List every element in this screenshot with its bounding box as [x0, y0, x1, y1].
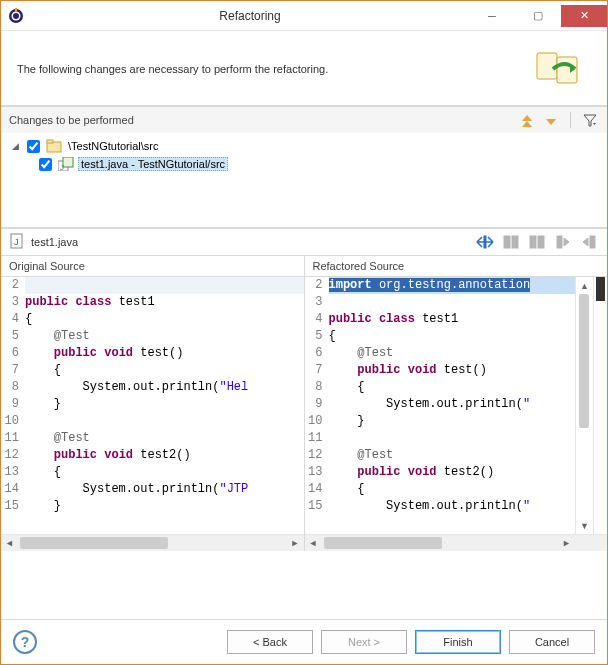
svg-rect-17 [538, 236, 544, 248]
code-text: System.out.println("JTP [25, 481, 304, 498]
right-vscrollbar[interactable]: ▲ ▼ [575, 277, 593, 534]
code-line[interactable]: 10 [1, 413, 304, 430]
refactored-source-pane[interactable]: 2import org.testng.annotation34public cl… [305, 277, 608, 551]
code-line[interactable]: 15 System.out.println(" [305, 498, 576, 515]
cancel-button[interactable]: Cancel [509, 630, 595, 654]
folder-icon [46, 138, 62, 154]
code-line[interactable]: 5 @Test [1, 328, 304, 345]
code-text [329, 294, 576, 311]
code-line[interactable]: 3 [305, 294, 576, 311]
code-line[interactable]: 9 } [1, 396, 304, 413]
tree-root-row[interactable]: ◢ \TestNGtutorial\src [9, 137, 599, 155]
code-line[interactable]: 9 System.out.println(" [305, 396, 576, 413]
close-button[interactable]: ✕ [561, 5, 607, 27]
copy-all-nonconflicting-icon[interactable] [475, 233, 495, 251]
original-source-pane[interactable]: 23public class test14{5 @Test6 public vo… [1, 277, 305, 551]
code-line[interactable]: 2import org.testng.annotation [305, 277, 576, 294]
scroll-down-icon[interactable]: ▼ [576, 517, 593, 534]
code-text [25, 413, 304, 430]
help-icon[interactable]: ? [13, 630, 37, 654]
line-number: 13 [1, 464, 25, 481]
code-text: } [329, 413, 576, 430]
code-line[interactable]: 8 System.out.println("Hel [1, 379, 304, 396]
tree-child-checkbox[interactable] [39, 158, 52, 171]
line-number: 9 [305, 396, 329, 413]
code-line[interactable]: 13 { [1, 464, 304, 481]
line-number: 11 [305, 430, 329, 447]
code-line[interactable]: 11 [305, 430, 576, 447]
line-number: 13 [305, 464, 329, 481]
back-button[interactable]: < Back [227, 630, 313, 654]
svg-rect-16 [530, 236, 536, 248]
scroll-right-icon[interactable]: ► [287, 535, 304, 552]
right-hscrollbar[interactable]: ◄ ► [305, 534, 608, 551]
code-line[interactable]: 4{ [1, 311, 304, 328]
code-line[interactable]: 8 { [305, 379, 576, 396]
scroll-left-icon[interactable]: ◄ [305, 535, 322, 552]
line-number: 2 [305, 277, 329, 294]
titlebar: Refactoring ─ ▢ ✕ [1, 1, 607, 31]
overview-ruler[interactable] [593, 277, 607, 534]
code-text: @Test [329, 447, 576, 464]
scroll-left-icon[interactable]: ◄ [1, 535, 18, 552]
code-text: @Test [25, 328, 304, 345]
line-number: 3 [1, 294, 25, 311]
left-hscrollbar[interactable]: ◄ ► [1, 534, 304, 551]
tree-root-checkbox[interactable] [27, 140, 40, 153]
code-line[interactable]: 3public class test1 [1, 294, 304, 311]
original-source-label: Original Source [1, 256, 305, 276]
line-number: 8 [1, 379, 25, 396]
app-icon [1, 8, 31, 24]
code-line[interactable]: 7 public void test() [305, 362, 576, 379]
svg-rect-9 [63, 157, 73, 167]
compare-body: 23public class test14{5 @Test6 public vo… [1, 276, 607, 551]
collapse-icon[interactable]: ◢ [9, 141, 21, 151]
svg-rect-18 [557, 236, 562, 248]
code-line[interactable]: 11 @Test [1, 430, 304, 447]
prev-diff-icon[interactable] [579, 233, 599, 251]
code-line[interactable]: 15 } [1, 498, 304, 515]
code-line[interactable]: 12 @Test [305, 447, 576, 464]
code-line[interactable]: 14 System.out.println("JTP [1, 481, 304, 498]
code-text: public void test2() [329, 464, 576, 481]
line-number: 8 [305, 379, 329, 396]
scroll-right-icon[interactable]: ► [558, 535, 575, 552]
line-number: 12 [305, 447, 329, 464]
code-text: @Test [329, 345, 576, 362]
svg-text:J: J [60, 163, 64, 171]
code-text [329, 430, 576, 447]
code-text: public class test1 [25, 294, 304, 311]
finish-button[interactable]: Finish [415, 630, 501, 654]
line-number: 15 [1, 498, 25, 515]
code-line[interactable]: 2 [1, 277, 304, 294]
maximize-button[interactable]: ▢ [515, 5, 561, 27]
code-line[interactable]: 5{ [305, 328, 576, 345]
line-number: 10 [305, 413, 329, 430]
minimize-button[interactable]: ─ [469, 5, 515, 27]
java-file-icon: J [9, 233, 25, 251]
svg-point-2 [13, 13, 19, 19]
refactor-icon [535, 49, 591, 89]
expand-up-icon[interactable] [542, 111, 560, 129]
code-line[interactable]: 7 { [1, 362, 304, 379]
code-line[interactable]: 6 @Test [305, 345, 576, 362]
code-line[interactable]: 4public class test1 [305, 311, 576, 328]
next-diff-icon[interactable] [553, 233, 573, 251]
code-text: System.out.println("Hel [25, 379, 304, 396]
code-line[interactable]: 6 public void test() [1, 345, 304, 362]
code-text: @Test [25, 430, 304, 447]
expand-down-icon[interactable] [518, 111, 536, 129]
code-line[interactable]: 10 } [305, 413, 576, 430]
tree-child-row[interactable]: J test1.java - TestNGtutorial/src [9, 155, 599, 173]
scroll-up-icon[interactable]: ▲ [576, 277, 593, 294]
changes-tree[interactable]: ◢ \TestNGtutorial\src J test1.java - Tes… [1, 133, 607, 228]
filter-icon[interactable] [581, 111, 599, 129]
window-title: Refactoring [31, 9, 469, 23]
code-line[interactable]: 13 public void test2() [305, 464, 576, 481]
code-line[interactable]: 14 { [305, 481, 576, 498]
svg-rect-13 [484, 236, 486, 248]
code-line[interactable]: 12 public void test2() [1, 447, 304, 464]
svg-rect-5 [557, 57, 577, 83]
changes-header: Changes to be performed [1, 106, 607, 133]
separator [570, 112, 571, 128]
